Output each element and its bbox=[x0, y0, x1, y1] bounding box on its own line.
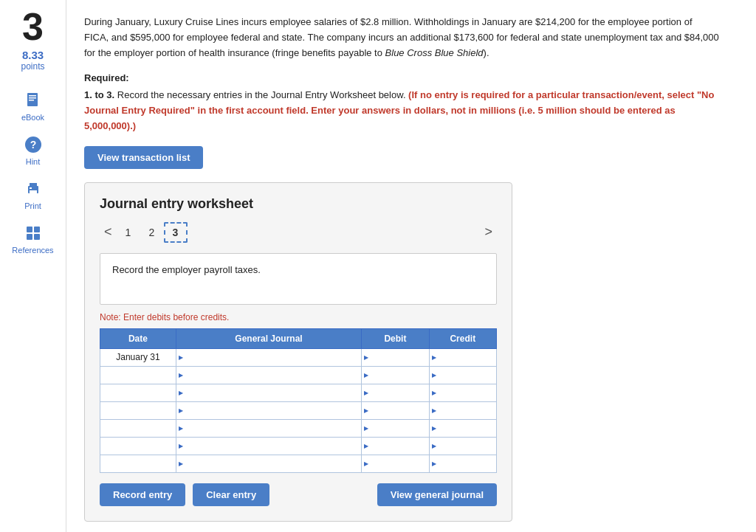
journal-cell-2[interactable]: ▶ bbox=[176, 384, 361, 401]
tab-navigation: < 1 2 3 > bbox=[100, 222, 497, 243]
main-content: During January, Luxury Cruise Lines incu… bbox=[66, 0, 756, 532]
table-row: January 31▶▶▶ bbox=[100, 348, 497, 366]
debit-input-5[interactable] bbox=[362, 438, 428, 455]
journal-input-0[interactable] bbox=[176, 349, 361, 366]
credit-cell-1[interactable]: ▶ bbox=[429, 366, 496, 384]
table-row: ▶▶▶ bbox=[100, 419, 497, 437]
journal-cell-5[interactable]: ▶ bbox=[176, 437, 361, 455]
credit-cell-3[interactable]: ▶ bbox=[429, 401, 496, 419]
svg-rect-13 bbox=[34, 234, 40, 240]
svg-rect-8 bbox=[30, 190, 37, 195]
nav-prev-button[interactable]: < bbox=[100, 223, 117, 241]
table-row: ▶▶▶ bbox=[100, 384, 497, 401]
debit-cell-0[interactable]: ▶ bbox=[362, 348, 429, 366]
svg-text:?: ? bbox=[30, 139, 36, 151]
date-cell-2 bbox=[100, 384, 176, 401]
debit-cell-6[interactable]: ▶ bbox=[362, 455, 429, 472]
points-value: 8.33 bbox=[22, 49, 44, 61]
svg-rect-7 bbox=[30, 183, 37, 187]
view-general-journal-button[interactable]: View general journal bbox=[377, 483, 497, 506]
debit-cell-4[interactable]: ▶ bbox=[362, 419, 429, 437]
journal-cell-0[interactable]: ▶ bbox=[176, 348, 361, 366]
debit-input-4[interactable] bbox=[362, 420, 428, 437]
tab-1[interactable]: 1 bbox=[117, 222, 140, 243]
sidebar-item-hint[interactable]: ? Hint bbox=[0, 128, 66, 172]
debit-input-3[interactable] bbox=[362, 402, 428, 419]
journal-input-3[interactable] bbox=[176, 402, 361, 419]
journal-input-4[interactable] bbox=[176, 420, 361, 437]
ebook-icon bbox=[22, 89, 44, 111]
col-date: Date bbox=[100, 328, 176, 348]
sidebar-hint-label: Hint bbox=[26, 157, 41, 166]
journal-table: Date General Journal Debit Credit Januar… bbox=[100, 328, 497, 473]
journal-input-1[interactable] bbox=[176, 367, 361, 384]
worksheet-instruction-text: Record the employer payroll taxes. bbox=[112, 264, 261, 275]
credit-input-5[interactable] bbox=[430, 438, 496, 455]
references-icon bbox=[22, 222, 44, 244]
problem-description: During January, Luxury Cruise Lines incu… bbox=[84, 15, 719, 61]
journal-cell-1[interactable]: ▶ bbox=[176, 366, 361, 384]
sidebar-references-label: References bbox=[12, 246, 53, 255]
debit-input-0[interactable] bbox=[362, 349, 428, 366]
svg-rect-11 bbox=[34, 227, 40, 232]
debit-input-2[interactable] bbox=[362, 384, 428, 401]
svg-rect-9 bbox=[30, 187, 32, 189]
table-row: ▶▶▶ bbox=[100, 401, 497, 419]
nav-next-button[interactable]: > bbox=[480, 223, 497, 241]
date-cell-5 bbox=[100, 437, 176, 455]
journal-cell-3[interactable]: ▶ bbox=[176, 401, 361, 419]
credit-cell-5[interactable]: ▶ bbox=[429, 437, 496, 455]
credit-input-3[interactable] bbox=[430, 402, 496, 419]
credit-cell-0[interactable]: ▶ bbox=[429, 348, 496, 366]
journal-input-5[interactable] bbox=[176, 438, 361, 455]
page-wrapper: 3 8.33 points eBook ? Hint bbox=[0, 0, 756, 532]
note-text: Note: Enter debits before credits. bbox=[100, 312, 497, 322]
worksheet-instruction-box: Record the employer payroll taxes. bbox=[100, 253, 497, 305]
credit-cell-4[interactable]: ▶ bbox=[429, 419, 496, 437]
credit-input-2[interactable] bbox=[430, 384, 496, 401]
date-cell-0: January 31 bbox=[100, 348, 176, 366]
table-row: ▶▶▶ bbox=[100, 437, 497, 455]
print-icon bbox=[22, 178, 44, 200]
required-heading: Required: bbox=[84, 72, 738, 83]
journal-input-6[interactable] bbox=[176, 455, 361, 472]
svg-rect-2 bbox=[29, 97, 36, 99]
credit-cell-6[interactable]: ▶ bbox=[429, 455, 496, 472]
debit-cell-2[interactable]: ▶ bbox=[362, 384, 429, 401]
sidebar-item-references[interactable]: References bbox=[0, 216, 66, 260]
credit-input-1[interactable] bbox=[430, 367, 496, 384]
credit-cell-2[interactable]: ▶ bbox=[429, 384, 496, 401]
journal-entry-worksheet: Journal entry worksheet < 1 2 3 > Record… bbox=[84, 182, 512, 522]
sidebar-ebook-label: eBook bbox=[21, 113, 44, 122]
sidebar-item-ebook[interactable]: eBook bbox=[0, 83, 66, 128]
tab-3-active[interactable]: 3 bbox=[164, 222, 188, 243]
col-debit: Debit bbox=[362, 328, 429, 348]
record-entry-button[interactable]: Record entry bbox=[100, 483, 185, 506]
debit-cell-5[interactable]: ▶ bbox=[362, 437, 429, 455]
debit-input-6[interactable] bbox=[362, 455, 428, 472]
svg-rect-10 bbox=[27, 227, 32, 232]
clear-entry-button[interactable]: Clear entry bbox=[193, 483, 269, 506]
problem-number: 3 bbox=[22, 7, 44, 46]
date-cell-4 bbox=[100, 419, 176, 437]
credit-input-0[interactable] bbox=[430, 349, 496, 366]
worksheet-title: Journal entry worksheet bbox=[100, 196, 497, 212]
credit-input-4[interactable] bbox=[430, 420, 496, 437]
points-label: points bbox=[21, 61, 44, 72]
debit-input-1[interactable] bbox=[362, 367, 428, 384]
svg-rect-12 bbox=[27, 234, 32, 240]
sidebar-item-print[interactable]: Print bbox=[0, 172, 66, 216]
journal-input-2[interactable] bbox=[176, 384, 361, 401]
date-cell-6 bbox=[100, 455, 176, 472]
journal-cell-6[interactable]: ▶ bbox=[176, 455, 361, 472]
svg-rect-3 bbox=[29, 100, 34, 101]
debit-cell-3[interactable]: ▶ bbox=[362, 401, 429, 419]
tab-2[interactable]: 2 bbox=[140, 222, 164, 243]
table-row: ▶▶▶ bbox=[100, 455, 497, 472]
journal-cell-4[interactable]: ▶ bbox=[176, 419, 361, 437]
debit-cell-1[interactable]: ▶ bbox=[362, 366, 429, 384]
view-transaction-button[interactable]: View transaction list bbox=[84, 146, 203, 169]
svg-rect-1 bbox=[29, 95, 36, 97]
instruction-text: 1. to 3. Record the necessary entries in… bbox=[84, 88, 719, 134]
credit-input-6[interactable] bbox=[430, 455, 496, 472]
